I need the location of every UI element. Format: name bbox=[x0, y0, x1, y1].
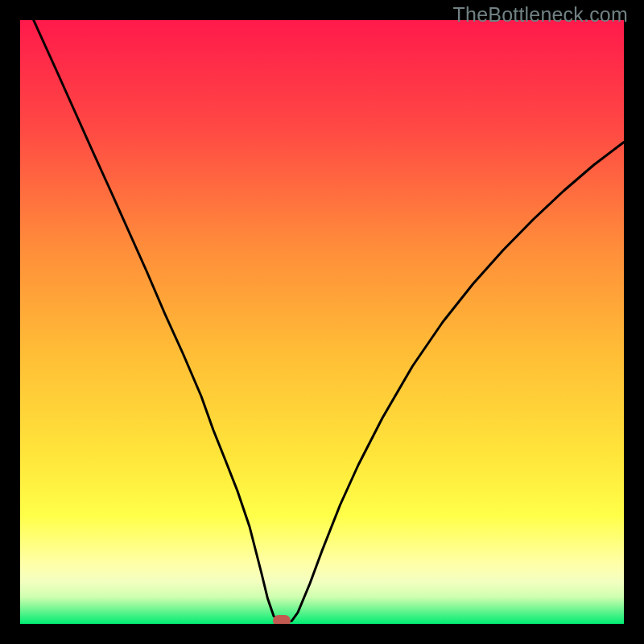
optimal-point-marker bbox=[273, 615, 291, 624]
bottleneck-curve bbox=[20, 20, 624, 624]
plot-area bbox=[20, 20, 624, 624]
chart-frame: TheBottleneck.com bbox=[0, 0, 644, 644]
watermark-text: TheBottleneck.com bbox=[453, 3, 628, 27]
